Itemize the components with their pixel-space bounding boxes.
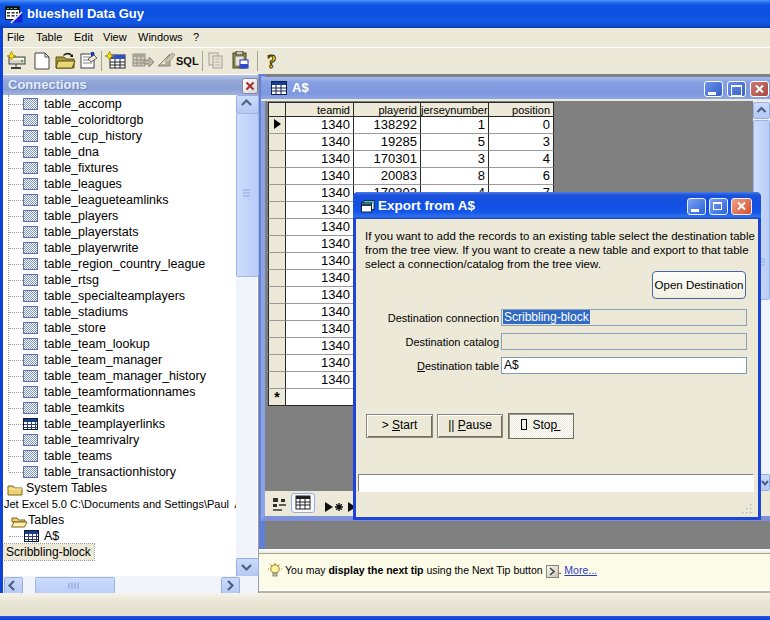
svg-text:?: ? xyxy=(267,51,277,71)
svg-text:SQL: SQL xyxy=(176,55,199,67)
